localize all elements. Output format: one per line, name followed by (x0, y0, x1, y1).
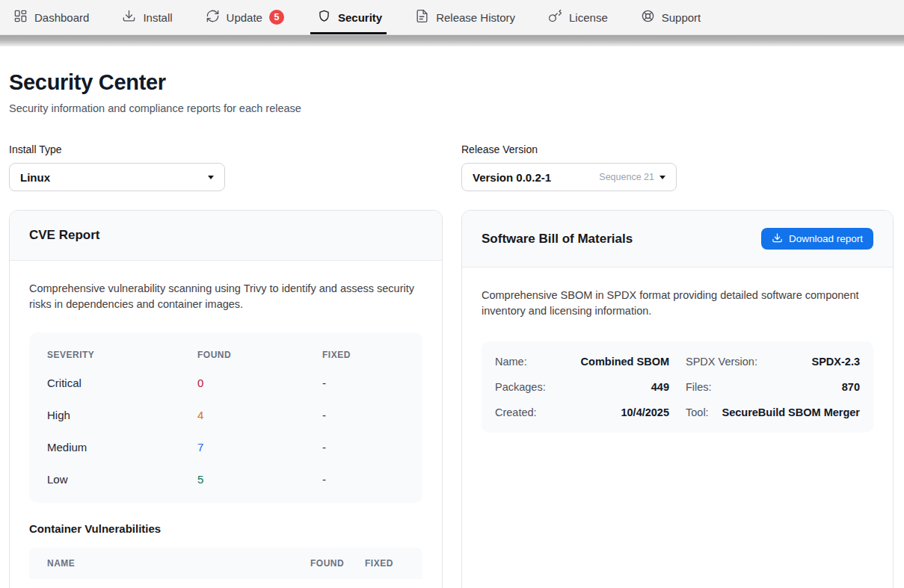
update-icon (206, 9, 220, 25)
col-fixed: FIXED (365, 558, 390, 569)
nav-label: Install (143, 11, 172, 24)
sbom-title: Software Bill of Materials (482, 232, 633, 247)
sbom-card: Software Bill of Materials Download repo… (461, 210, 894, 588)
sbom-info-name: Name: Combined SBOM (493, 349, 671, 374)
sbom-info-packages: Packages: 449 (493, 374, 671, 400)
nav-label: Update (227, 11, 262, 24)
nav-item-license[interactable]: License (548, 0, 608, 34)
table-row: High 4 - (29, 399, 422, 431)
release-version-filter: Release Version Version 0.0.2-1 Sequence… (461, 143, 894, 191)
container-vulnerabilities-title: Container Vulnerabilities (29, 522, 422, 535)
found-count: 7 (197, 441, 322, 454)
horizontal-scrollbar[interactable] (0, 35, 904, 46)
sbom-info-tool: Tool: SecureBuild SBOM Merger (684, 400, 861, 425)
col-found: FOUND (197, 350, 322, 360)
nav-label: License (569, 11, 608, 24)
sbom-info-files: Files: 870 (684, 374, 861, 400)
container-table-header: NAME FOUND FIXED (29, 548, 422, 579)
sbom-info-grid: Name: Combined SBOM SPDX Version: SPDX-2… (482, 341, 873, 433)
install-icon (122, 9, 136, 25)
sbom-info-created: Created: 10/4/2025 (493, 400, 671, 425)
top-navigation: Dashboard Install Update 5 Security Rele… (0, 0, 904, 35)
sbom-description: Comprehensive SBOM in SPDX format provid… (482, 288, 873, 320)
severity-table: SEVERITY FOUND FIXED Critical 0 - High 4… (29, 332, 422, 503)
severity-label: High (47, 409, 197, 421)
cards-row: CVE Report Comprehensive vulnerability s… (9, 210, 895, 588)
fixed-count: - (322, 441, 405, 454)
release-version-label: Release Version (461, 143, 894, 155)
table-row: Low 5 - (29, 463, 422, 495)
page-title: Security Center (9, 70, 895, 95)
found-count: 4 (197, 409, 322, 421)
release-version-select[interactable]: Version 0.0.2-1 Sequence 21 (461, 163, 677, 191)
nav-label: Release History (436, 11, 515, 24)
fixed-count: - (322, 377, 405, 389)
found-count: 5 (197, 473, 322, 486)
nav-item-dashboard[interactable]: Dashboard (13, 0, 89, 34)
chevron-down-icon (208, 176, 214, 179)
license-key-icon (548, 9, 562, 25)
release-version-value: Version 0.0.2-1 (473, 171, 551, 184)
sequence-hint: Sequence 21 (599, 172, 654, 182)
nav-item-install[interactable]: Install (122, 0, 172, 34)
col-name: NAME (47, 558, 310, 569)
cve-report-card: CVE Report Comprehensive vulnerability s… (9, 210, 443, 588)
fixed-count: - (322, 473, 405, 486)
cve-report-title: CVE Report (29, 228, 99, 243)
page-subtitle: Security information and compliance repo… (9, 102, 895, 114)
download-label: Download report (789, 233, 863, 244)
table-row: Medium 7 - (29, 431, 422, 463)
update-count-badge: 5 (269, 10, 284, 25)
nav-item-security[interactable]: Security (317, 0, 382, 34)
download-icon (772, 232, 783, 246)
nav-label: Support (662, 11, 701, 24)
download-report-button[interactable]: Download report (761, 228, 873, 250)
fixed-count: - (322, 409, 405, 421)
severity-label: Medium (47, 441, 197, 454)
install-type-value: Linux (20, 171, 50, 184)
security-shield-icon (317, 9, 331, 25)
filters-row: Install Type Linux Release Version Versi… (9, 143, 895, 191)
main-content: Security Center Security information and… (0, 70, 904, 588)
install-type-filter: Install Type Linux (9, 143, 443, 191)
severity-table-header: SEVERITY FOUND FIXED (29, 338, 422, 367)
col-fixed: FIXED (322, 350, 405, 360)
release-history-icon (415, 9, 429, 25)
dashboard-icon (13, 9, 28, 25)
nav-item-release-history[interactable]: Release History (415, 0, 515, 34)
col-severity: SEVERITY (47, 350, 197, 360)
col-found: FOUND (310, 558, 342, 569)
nav-label: Dashboard (34, 11, 89, 24)
cve-report-description: Comprehensive vulnerability scanning usi… (29, 281, 422, 313)
cve-report-header: CVE Report (10, 211, 442, 261)
table-row: Critical 0 - (29, 367, 422, 399)
cve-report-body: Comprehensive vulnerability scanning usi… (10, 261, 442, 588)
severity-label: Low (47, 473, 197, 486)
nav-item-support[interactable]: Support (641, 0, 701, 34)
nav-item-update[interactable]: Update 5 (206, 0, 284, 34)
install-type-select[interactable]: Linux (9, 163, 225, 191)
nav-label: Security (338, 11, 382, 24)
install-type-label: Install Type (9, 143, 443, 155)
support-lifebuoy-icon (641, 9, 655, 25)
sbom-info-spdx-version: SPDX Version: SPDX-2.3 (684, 349, 861, 374)
found-count: 0 (197, 377, 322, 389)
chevron-down-icon (659, 176, 665, 179)
sbom-body: Comprehensive SBOM in SPDX format provid… (462, 267, 893, 453)
sbom-header: Software Bill of Materials Download repo… (462, 211, 893, 267)
severity-label: Critical (47, 377, 197, 389)
